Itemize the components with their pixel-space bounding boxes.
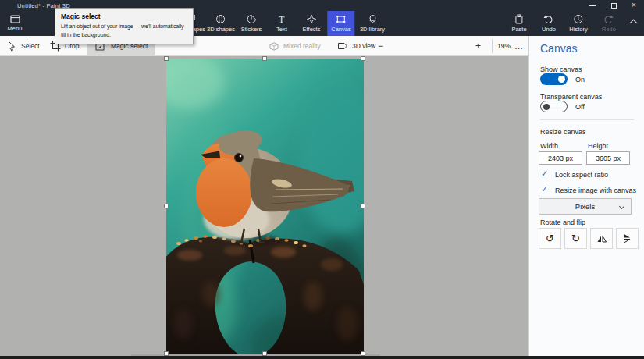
select-cursor-icon: [6, 41, 17, 52]
rotate-right-button[interactable]: ↻: [564, 228, 587, 249]
ellipsis-icon: …: [514, 41, 523, 51]
chevron-up-icon: [630, 20, 638, 27]
stickers-icon: [246, 14, 256, 24]
minus-icon: −: [378, 41, 383, 52]
tab-text[interactable]: T Text: [272, 11, 291, 36]
zoom-in-button[interactable]: +: [475, 36, 481, 56]
canvas-icon: [336, 14, 347, 24]
rotate-left-button[interactable]: ↺: [539, 228, 561, 249]
canvas-image[interactable]: [166, 59, 364, 359]
paste-button[interactable]: Paste: [511, 11, 526, 36]
tab-stickers[interactable]: Stickers: [237, 11, 266, 36]
maximize-icon: [611, 3, 617, 9]
minimize-button[interactable]: [583, 0, 602, 11]
tab-3d-library[interactable]: 3D library: [356, 11, 389, 36]
undo-icon: [544, 14, 554, 24]
paste-icon: [514, 14, 525, 24]
transparent-canvas-label: Transparent canvas: [540, 93, 602, 101]
divider: [492, 39, 493, 53]
tab-label: Stickers: [241, 26, 262, 33]
3d-view-label: 3D view: [352, 42, 375, 50]
transparent-canvas-state: Off: [575, 103, 585, 111]
minimize-icon: [589, 5, 596, 6]
units-value: Pixels: [575, 202, 595, 211]
mixed-reality-button[interactable]: Mixed reality: [269, 36, 321, 56]
paint3d-window: Untitled* - Paint 3D × Menu 2D shapes 3D…: [0, 0, 644, 359]
selection-handle-middle-right[interactable]: [361, 204, 365, 208]
lock-aspect-checkbox[interactable]: ✓: [541, 169, 548, 179]
resize-with-canvas-checkbox[interactable]: ✓: [541, 184, 548, 194]
undo-button[interactable]: Undo: [542, 11, 556, 36]
collapse-ribbon-button[interactable]: [631, 20, 636, 26]
3d-library-icon: [368, 14, 378, 24]
action-label: Undo: [542, 26, 556, 33]
lock-aspect-label: Lock aspect ratio: [555, 171, 608, 179]
rotate-flip-heading: Rotate and flip: [540, 219, 585, 226]
window-bottom-edge: [0, 356, 644, 359]
chevron-down-icon: [619, 204, 624, 209]
menu-button[interactable]: Menu: [0, 11, 30, 36]
maximize-button[interactable]: [604, 0, 623, 11]
show-canvas-label: Show canvas: [540, 66, 582, 73]
tab-3d-shapes[interactable]: 3D shapes: [203, 11, 239, 36]
selection-handle-top-center[interactable]: [262, 56, 267, 61]
redo-icon: [604, 14, 614, 24]
history-icon: [574, 14, 584, 24]
resize-with-canvas-label: Resize image with canvas: [555, 187, 636, 194]
tooltip-body: Lift an object out of your image — we'll…: [61, 23, 187, 39]
show-canvas-toggle[interactable]: [540, 73, 568, 85]
tab-canvas[interactable]: Canvas: [327, 11, 354, 36]
select-tool-button[interactable]: Select: [6, 36, 40, 56]
toggle-knob: [558, 76, 565, 83]
flip-horizontal-button[interactable]: [590, 228, 613, 249]
width-input[interactable]: 2403 px: [539, 151, 582, 165]
magic-select-tooltip: Magic select Lift an object out of your …: [55, 8, 194, 44]
svg-text:T: T: [279, 14, 285, 24]
more-options-button[interactable]: …: [514, 36, 523, 56]
divider: [540, 119, 634, 120]
mixed-reality-icon: [269, 41, 279, 52]
menu-label: Menu: [8, 25, 23, 32]
tab-label: 3D library: [360, 26, 385, 33]
plus-icon: +: [475, 41, 481, 52]
width-label: Width: [540, 142, 558, 150]
action-label: Redo: [602, 26, 616, 33]
3d-view-button[interactable]: 3D view: [337, 36, 375, 56]
toggle-knob: [543, 104, 550, 110]
selection-handle-top-left[interactable]: [164, 56, 169, 61]
panel-title: Canvas: [540, 42, 577, 55]
action-label: History: [569, 26, 587, 33]
transparent-canvas-toggle[interactable]: [540, 101, 568, 112]
effects-icon: [306, 14, 316, 24]
height-input[interactable]: 3605 px: [586, 151, 630, 165]
tab-label: Text: [276, 26, 287, 33]
text-icon: T: [276, 14, 286, 24]
3d-view-icon: [337, 41, 348, 51]
tab-label: Effects: [303, 26, 321, 33]
height-label: Height: [588, 142, 608, 150]
redo-button[interactable]: Redo: [602, 11, 616, 36]
close-button[interactable]: ×: [624, 0, 643, 11]
tab-effects[interactable]: Effects: [299, 11, 325, 36]
units-dropdown[interactable]: Pixels: [539, 198, 632, 215]
history-button[interactable]: History: [569, 11, 587, 36]
canvas-panel: Canvas Show canvas On Transparent canvas…: [529, 36, 644, 359]
menu-icon: [10, 15, 20, 23]
close-icon: ×: [632, 2, 636, 9]
zoom-percent: 19%: [497, 36, 511, 56]
rotate-left-icon: ↺: [546, 233, 554, 243]
action-label: Paste: [511, 26, 526, 33]
rotate-right-icon: ↻: [571, 233, 580, 243]
flip-vertical-button[interactable]: [616, 228, 639, 249]
select-label: Select: [21, 42, 40, 50]
zoom-out-button[interactable]: −: [378, 36, 383, 56]
tooltip-title: Magic select: [61, 12, 187, 20]
resize-canvas-heading: Resize canvas: [540, 128, 586, 136]
flip-vertical-icon: [622, 233, 633, 243]
selection-handle-middle-left[interactable]: [164, 204, 169, 208]
tab-label: Canvas: [331, 26, 350, 33]
selection-handle-top-right[interactable]: [361, 56, 365, 61]
tab-label: 3D shapes: [207, 26, 235, 33]
show-canvas-state: On: [575, 76, 585, 84]
mixed-reality-label: Mixed reality: [283, 42, 321, 50]
